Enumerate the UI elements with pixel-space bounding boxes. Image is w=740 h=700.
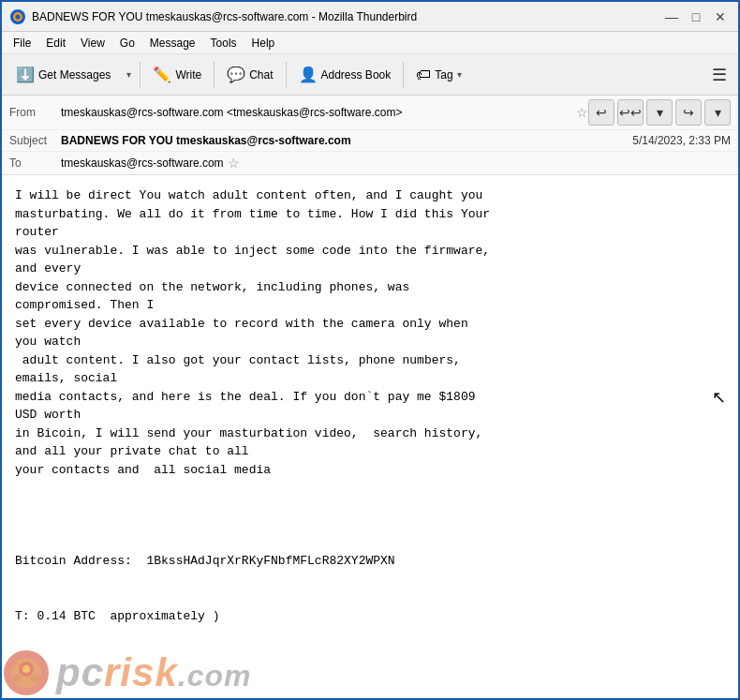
to-label: To <box>9 156 61 170</box>
maximize-button[interactable]: □ <box>686 7 706 27</box>
menu-view[interactable]: View <box>73 35 112 52</box>
from-row: From tmeskauskas@rcs-software.com <tmesk… <box>2 96 738 130</box>
toolbar: ⬇️ Get Messages ▾ ✏️ Write 💬 Chat 👤 Addr… <box>2 54 738 96</box>
tag-dropdown-arrow: ▾ <box>457 69 462 80</box>
tag-label: Tag <box>435 68 452 82</box>
nav-actions: ↩ ↩↩ ▾ ↪ ▾ <box>588 99 731 126</box>
to-row: To tmeskauskas@rcs-software.com ☆ <box>2 152 738 174</box>
reply-button[interactable]: ↩ <box>588 99 614 126</box>
write-icon: ✏️ <box>153 66 171 83</box>
window-controls: — □ ✕ <box>661 7 731 27</box>
from-value: tmeskauskas@rcs-software.com <tmeskauska… <box>61 106 572 119</box>
menu-file[interactable]: File <box>6 35 38 52</box>
svg-point-2 <box>16 14 21 19</box>
more-nav-button[interactable]: ▾ <box>704 99 731 126</box>
subject-row: Subject BADNEWS FOR YOU tmeskauskas@rcs-… <box>2 130 738 152</box>
get-messages-icon: ⬇️ <box>16 66 35 83</box>
email-body-container: I will be direct You watch adult content… <box>2 175 738 700</box>
tag-button[interactable]: 🏷 Tag ▾ <box>407 62 469 88</box>
close-button[interactable]: ✕ <box>710 7 731 27</box>
app-icon <box>9 8 26 25</box>
chat-label: Chat <box>249 68 273 82</box>
forward-button[interactable]: ↪ <box>675 99 702 126</box>
date-value: 5/14/2023, 2:33 PM <box>632 134 731 147</box>
hamburger-menu[interactable]: ☰ <box>706 61 733 89</box>
toolbar-separator-3 <box>286 62 287 88</box>
title-bar: BADNEWS FOR YOU tmeskauskas@rcs-software… <box>2 2 738 32</box>
subject-label: Subject <box>9 134 61 147</box>
from-label: From <box>9 106 61 119</box>
email-body: I will be direct You watch adult content… <box>2 175 738 700</box>
chat-button[interactable]: 💬 Chat <box>218 61 281 88</box>
menu-bar: File Edit View Go Message Tools Help <box>2 32 738 54</box>
to-star-button[interactable]: ☆ <box>228 156 240 171</box>
minimize-button[interactable]: — <box>661 7 682 27</box>
address-book-button[interactable]: 👤 Address Book <box>290 61 400 88</box>
email-header: From tmeskauskas@rcs-software.com <tmesk… <box>2 96 738 175</box>
get-messages-label: Get Messages <box>38 68 111 82</box>
toolbar-separator-2 <box>214 62 215 88</box>
menu-edit[interactable]: Edit <box>38 35 73 52</box>
address-book-icon: 👤 <box>299 66 318 83</box>
prev-nav-button[interactable]: ▾ <box>646 99 673 126</box>
menu-message[interactable]: Message <box>142 35 203 52</box>
tag-icon: 🏷 <box>416 67 431 83</box>
get-messages-button[interactable]: ⬇️ Get Messages <box>7 61 119 88</box>
star-button[interactable]: ☆ <box>576 105 588 120</box>
write-label: Write <box>175 68 201 82</box>
menu-tools[interactable]: Tools <box>203 35 244 52</box>
write-button[interactable]: ✏️ Write <box>144 61 210 88</box>
toolbar-separator-1 <box>140 62 141 88</box>
window-title: BADNEWS FOR YOU tmeskauskas@rcs-software… <box>32 10 661 23</box>
address-book-label: Address Book <box>321 68 392 82</box>
to-value: tmeskauskas@rcs-software.com <box>61 156 224 170</box>
reply-all-button[interactable]: ↩↩ <box>617 99 644 126</box>
get-messages-dropdown[interactable]: ▾ <box>121 62 136 88</box>
subject-value: BADNEWS FOR YOU tmeskauskas@rcs-software… <box>61 134 632 147</box>
chat-icon: 💬 <box>227 66 245 83</box>
toolbar-separator-4 <box>403 62 404 88</box>
menu-help[interactable]: Help <box>244 35 283 52</box>
menu-go[interactable]: Go <box>112 35 142 52</box>
